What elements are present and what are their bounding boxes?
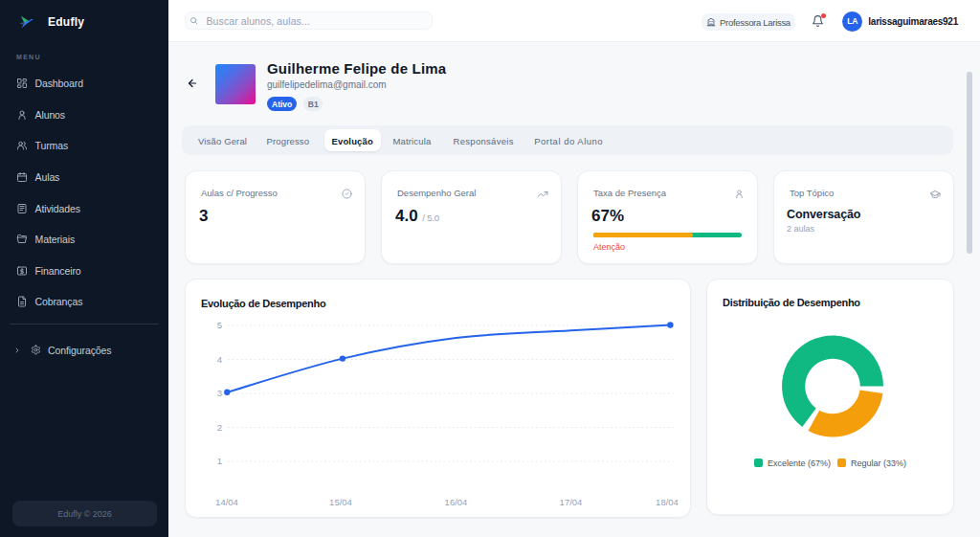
svg-text:17/04: 17/04 xyxy=(560,497,583,507)
svg-text:3: 3 xyxy=(217,388,222,398)
svg-text:4: 4 xyxy=(217,354,222,365)
svg-text:1: 1 xyxy=(217,456,222,466)
svg-text:14/04: 14/04 xyxy=(215,497,238,507)
svg-text:15/04: 15/04 xyxy=(329,497,352,507)
svg-text:2: 2 xyxy=(217,422,222,433)
svg-text:18/04: 18/04 xyxy=(656,497,679,507)
svg-text:5: 5 xyxy=(217,320,222,330)
svg-text:16/04: 16/04 xyxy=(445,497,468,507)
